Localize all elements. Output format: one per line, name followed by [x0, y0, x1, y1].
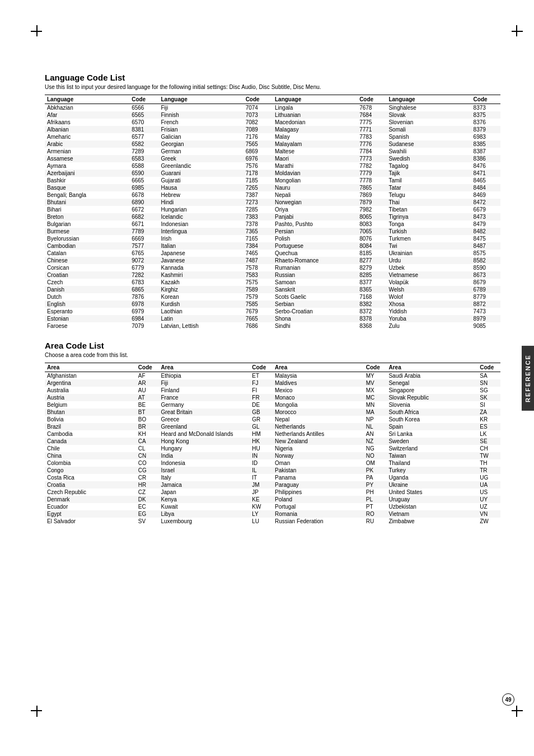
table-cell: Rhaeto-Romance — [273, 257, 357, 264]
table-cell: MX — [364, 387, 387, 394]
area-section-title: Area Code List — [45, 341, 500, 350]
table-cell: 7185 — [243, 177, 273, 184]
table-cell: Icelandic — [158, 213, 243, 220]
table-cell: OM — [364, 459, 387, 467]
table-cell: Kazakh — [158, 279, 243, 286]
table-cell: VN — [477, 510, 500, 518]
area-header-5: Area — [273, 363, 364, 372]
table-cell: Afghanistan — [45, 372, 136, 380]
table-cell: Urdu — [386, 257, 471, 264]
table-cell: 6665 — [129, 177, 158, 184]
table-cell: Rumanian — [273, 264, 357, 271]
table-cell: Malaysia — [273, 372, 364, 380]
table-row: Assamese6583Greek6976Maori7773Swedish838… — [45, 155, 500, 162]
table-cell: 8469 — [471, 191, 500, 199]
table-cell: HK — [250, 438, 273, 445]
table-cell: 8487 — [471, 242, 500, 250]
table-cell: CG — [136, 467, 159, 474]
table-cell: 6577 — [129, 133, 158, 140]
table-cell: Moldavian — [273, 170, 357, 177]
table-cell: 8083 — [357, 220, 386, 228]
table-cell: Swedish — [386, 155, 471, 162]
table-row: ColombiaCOIndonesiaIDOmanOMThailandTH — [45, 459, 500, 467]
table-cell: 7775 — [357, 119, 386, 126]
table-cell: Taiwan — [386, 452, 477, 459]
table-cell: Irish — [158, 235, 243, 242]
table-row: Bihari6672Hungarian7285Oriya7982Tibetan6… — [45, 206, 500, 213]
table-row: Ameharic6577Galician7176Malay7783Spanish… — [45, 133, 500, 140]
table-cell: CL — [136, 445, 159, 452]
table-cell: Thailand — [386, 459, 477, 467]
table-cell: 7473 — [471, 308, 500, 315]
table-cell: Turkey — [386, 467, 477, 474]
table-cell: ZA — [477, 408, 500, 416]
table-cell: Bulgarian — [45, 220, 129, 228]
table-cell: Fiji — [158, 104, 243, 112]
table-cell: SE — [477, 438, 500, 445]
table-row: ChinaCNIndiaINNorwayNOTaiwanTW — [45, 452, 500, 459]
table-cell: 8679 — [471, 279, 500, 286]
table-cell: 7665 — [243, 315, 273, 322]
table-cell: Telugu — [386, 191, 471, 199]
table-cell: 7771 — [357, 126, 386, 133]
table-cell: JM — [250, 481, 273, 489]
table-cell: 7782 — [357, 162, 386, 170]
table-cell: French — [158, 119, 243, 126]
table-cell: 8377 — [357, 279, 386, 286]
table-cell: 8365 — [357, 286, 386, 293]
table-cell: Vietnamese — [386, 271, 471, 279]
table-row: CroatiaHRJamaicaJMParaguayPYUkraineUA — [45, 481, 500, 489]
table-row: CambodiaKHHeard and McDonald IslandsHMNe… — [45, 430, 500, 438]
table-cell: IL — [250, 467, 273, 474]
table-cell: Kuwait — [158, 503, 250, 510]
table-cell: 7384 — [243, 242, 273, 250]
table-cell: Azerbaijani — [45, 170, 129, 177]
table-cell: KR — [477, 416, 500, 423]
table-cell: Indonesian — [158, 220, 243, 228]
table-cell: Lithuanian — [273, 111, 357, 119]
table-cell: Slovenian — [386, 119, 471, 126]
table-cell: Netherlands — [273, 423, 364, 430]
table-cell: 6779 — [129, 264, 158, 271]
table-cell: Malay — [273, 133, 357, 140]
table-row: BhutanBTGreat BritainGBMoroccoMASouth Af… — [45, 408, 500, 416]
table-cell: 7982 — [357, 206, 386, 213]
table-cell: Mongolian — [273, 177, 357, 184]
table-cell: CR — [136, 474, 159, 481]
table-cell: Bengali; Bangla — [45, 191, 129, 199]
table-cell: Pakistan — [273, 467, 364, 474]
table-cell: GR — [250, 416, 273, 423]
table-cell: Lingala — [273, 104, 357, 112]
table-cell: NO — [364, 452, 387, 459]
table-row: Byelorussian6669Irish7165Polish8076Turkm… — [45, 235, 500, 242]
table-cell: 6978 — [129, 300, 158, 308]
table-cell: 9085 — [471, 322, 500, 330]
table-cell: Kashmiri — [158, 271, 243, 279]
table-cell: Greece — [158, 416, 250, 423]
table-cell: 7865 — [357, 184, 386, 191]
table-cell: Saudi Arabia — [386, 372, 477, 380]
table-cell: Serbo-Croatian — [273, 308, 357, 315]
table-row: EcuadorECKuwaitKWPortugalPTUzbekistanUZ — [45, 503, 500, 510]
language-section-subtitle: Use this list to input your desired lang… — [45, 84, 500, 90]
table-cell: JP — [250, 489, 273, 496]
table-cell: Marathi — [273, 162, 357, 170]
area-header-6: Code — [364, 363, 387, 372]
table-cell: 8590 — [471, 264, 500, 271]
table-cell: Oriya — [273, 206, 357, 213]
table-cell: 6869 — [243, 148, 273, 155]
table-cell: Kenya — [158, 496, 250, 503]
table-cell: Tibetan — [386, 206, 471, 213]
table-cell: Philippines — [273, 489, 364, 496]
lang-header-6: Code — [357, 95, 386, 104]
table-row: Afar6565Finnish7073Lithuanian7684Slovak8… — [45, 111, 500, 119]
table-cell: Tamil — [386, 177, 471, 184]
table-row: AustriaATFranceFRMonacoMCSlovak Republic… — [45, 394, 500, 401]
table-cell: Japan — [158, 489, 250, 496]
table-cell: Guarani — [158, 170, 243, 177]
table-cell: Hebrew — [158, 191, 243, 199]
table-cell: Byelorussian — [45, 235, 129, 242]
table-cell: Polish — [273, 235, 357, 242]
table-cell: SA — [477, 372, 500, 380]
area-header-3: Area — [158, 363, 250, 372]
